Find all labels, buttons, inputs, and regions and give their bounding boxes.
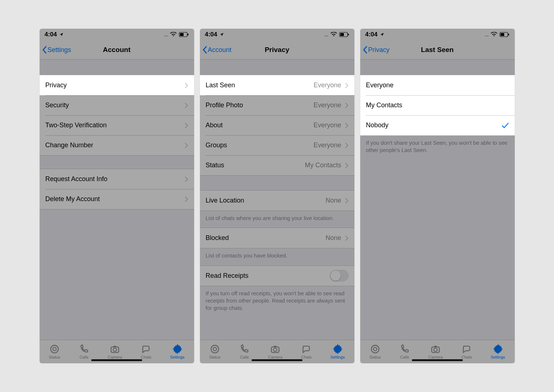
svg-rect-17 bbox=[501, 33, 504, 36]
battery-icon bbox=[339, 32, 349, 37]
row-label: Request Account Info bbox=[45, 175, 185, 183]
camera-icon bbox=[110, 344, 120, 354]
tab-calls[interactable]: Calls bbox=[239, 344, 249, 359]
row-value: Everyone bbox=[313, 81, 341, 89]
row-request-account-info[interactable]: Request Account Info bbox=[40, 169, 194, 189]
row-label: Everyone bbox=[366, 81, 509, 89]
footer-last-seen: If you don't share your Last Seen, you w… bbox=[360, 136, 515, 160]
row-profile-photo[interactable]: Profile Photo Everyone bbox=[200, 95, 354, 115]
tab-label: Status bbox=[49, 355, 60, 359]
tab-settings[interactable]: Settings bbox=[491, 344, 505, 359]
nav-bar: Settings Account bbox=[40, 40, 194, 60]
gear-icon bbox=[172, 344, 182, 354]
cellular-dots-icon: .... bbox=[164, 32, 168, 37]
row-status-privacy[interactable]: Status My Contacts bbox=[200, 155, 354, 175]
row-delete-my-account[interactable]: Delete My Account bbox=[40, 189, 194, 209]
status-icon bbox=[370, 344, 380, 354]
chats-icon bbox=[301, 344, 312, 354]
row-value: Everyone bbox=[313, 101, 341, 109]
tab-label: Status bbox=[369, 355, 381, 359]
tab-settings[interactable]: Settings bbox=[170, 344, 185, 359]
read-receipts-toggle[interactable] bbox=[330, 270, 349, 281]
row-label: Status bbox=[206, 161, 305, 169]
tab-camera[interactable]: Camera bbox=[429, 344, 443, 359]
svg-rect-1 bbox=[180, 33, 184, 36]
chevron-right-icon bbox=[345, 198, 349, 204]
location-arrow-icon bbox=[380, 32, 384, 37]
row-last-seen[interactable]: Last Seen Everyone bbox=[200, 75, 354, 95]
camera-icon bbox=[430, 344, 441, 354]
svg-rect-9 bbox=[340, 33, 344, 36]
svg-point-3 bbox=[51, 345, 58, 353]
chats-icon bbox=[462, 344, 472, 354]
last-seen-options: Everyone My Contacts Nobody bbox=[360, 75, 515, 136]
svg-rect-2 bbox=[188, 34, 189, 36]
row-two-step-verification[interactable]: Two-Step Verification bbox=[40, 115, 194, 135]
back-button[interactable]: Account bbox=[202, 40, 232, 59]
chevron-right-icon bbox=[345, 163, 349, 168]
chevron-right-icon bbox=[185, 196, 188, 202]
svg-rect-18 bbox=[508, 34, 509, 36]
row-read-receipts[interactable]: Read Receipts bbox=[200, 266, 354, 286]
row-label: Live Location bbox=[206, 197, 326, 204]
tab-calls[interactable]: Calls bbox=[400, 344, 410, 359]
chevron-right-icon bbox=[185, 143, 188, 148]
content-area: Everyone My Contacts Nobody If you don't… bbox=[360, 60, 515, 340]
option-my-contacts[interactable]: My Contacts bbox=[360, 95, 515, 115]
row-label: Security bbox=[45, 101, 185, 109]
tab-status[interactable]: Status bbox=[209, 344, 220, 359]
tab-settings[interactable]: Settings bbox=[330, 344, 345, 359]
footer-live-location: List of chats where you are sharing your… bbox=[200, 211, 354, 228]
row-groups[interactable]: Groups Everyone bbox=[200, 135, 354, 155]
home-indicator[interactable] bbox=[91, 359, 142, 361]
tab-label: Status bbox=[209, 355, 220, 359]
account-group-2: Request Account Info Delete My Account bbox=[40, 169, 194, 209]
row-label: Two-Step Verification bbox=[45, 121, 185, 129]
row-value: My Contacts bbox=[305, 161, 341, 169]
row-change-number[interactable]: Change Number bbox=[40, 135, 194, 155]
tab-chats[interactable]: Chats bbox=[141, 344, 152, 359]
screen-privacy: 4:04 .... Account Privacy Last Seen Ever… bbox=[200, 29, 354, 363]
back-button[interactable]: Settings bbox=[42, 40, 71, 59]
battery-icon bbox=[499, 32, 510, 37]
tab-status[interactable]: Status bbox=[49, 344, 60, 359]
tab-chats[interactable]: Chats bbox=[301, 344, 312, 359]
row-label: My Contacts bbox=[366, 101, 509, 109]
tab-camera[interactable]: Camera bbox=[268, 344, 282, 359]
row-privacy[interactable]: Privacy bbox=[40, 75, 194, 95]
privacy-group-live-location: Live Location None bbox=[200, 190, 354, 211]
nav-bar: Account Privacy bbox=[200, 40, 354, 60]
status-bar: 4:04 .... bbox=[360, 29, 515, 40]
row-label: Privacy bbox=[45, 81, 185, 89]
content-area: Privacy Security Two-Step Verification C… bbox=[40, 60, 194, 340]
tab-status[interactable]: Status bbox=[369, 344, 381, 359]
privacy-group-main: Last Seen Everyone Profile Photo Everyon… bbox=[200, 75, 354, 176]
tab-chats[interactable]: Chats bbox=[462, 344, 472, 359]
tab-label: Settings bbox=[330, 355, 345, 359]
row-live-location[interactable]: Live Location None bbox=[200, 191, 354, 211]
home-indicator[interactable] bbox=[252, 359, 302, 361]
option-nobody[interactable]: Nobody bbox=[360, 115, 515, 135]
row-value: Everyone bbox=[313, 121, 341, 129]
row-security[interactable]: Security bbox=[40, 95, 194, 115]
tab-label: Calls bbox=[400, 355, 409, 359]
tab-calls[interactable]: Calls bbox=[79, 344, 89, 359]
tab-label: Chats bbox=[301, 355, 312, 359]
row-blocked[interactable]: Blocked None bbox=[200, 228, 354, 248]
option-everyone[interactable]: Everyone bbox=[360, 75, 515, 95]
home-indicator[interactable] bbox=[412, 359, 463, 361]
chevron-right-icon bbox=[185, 123, 188, 128]
status-icon bbox=[49, 344, 60, 354]
location-arrow-icon bbox=[220, 32, 224, 37]
tab-label: Chats bbox=[462, 355, 472, 359]
footer-blocked: List of contacts you have blocked. bbox=[200, 248, 354, 265]
row-about[interactable]: About Everyone bbox=[200, 115, 354, 135]
row-label: Read Receipts bbox=[206, 272, 330, 280]
tab-label: Chats bbox=[141, 355, 152, 359]
back-button[interactable]: Privacy bbox=[362, 40, 390, 59]
chevron-right-icon bbox=[185, 176, 188, 182]
svg-point-14 bbox=[274, 348, 277, 351]
tab-camera[interactable]: Camera bbox=[108, 344, 122, 359]
svg-point-22 bbox=[434, 348, 437, 351]
nav-title: Privacy bbox=[265, 46, 289, 54]
